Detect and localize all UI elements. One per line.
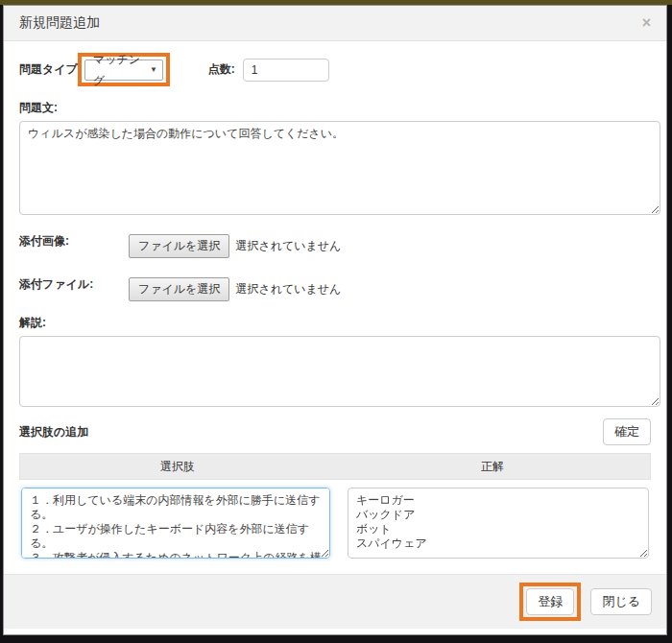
question-text-label: 問題文:	[19, 100, 651, 116]
annotation-box-question-type: マッチング ▼	[78, 53, 170, 86]
confirm-button[interactable]: 確定	[603, 418, 651, 445]
choices-add-label: 選択肢の追加	[19, 424, 88, 441]
choices-textarea[interactable]: １．利用している端末の内部情報を外部に勝手に送信する。 ２．ユーザが操作したキー…	[21, 488, 330, 559]
explanation-label: 解説:	[19, 315, 651, 331]
register-button[interactable]: 登録	[526, 588, 574, 615]
attach-file-status: 選択されていません	[235, 281, 341, 298]
attach-file-row: 添付ファイル: ファイルを選択 選択されていません	[19, 275, 651, 301]
answers-textarea[interactable]: キーロガー バックドア ボット スパイウェア	[348, 488, 649, 559]
attach-file-file-button[interactable]: ファイルを選択	[129, 277, 229, 301]
attach-file-control: ファイルを選択 選択されていません	[129, 277, 341, 301]
choices-table-header: 選択肢 正解	[19, 453, 651, 480]
attach-image-label: 添付画像:	[19, 232, 129, 250]
close-dialog-button[interactable]: 閉じる	[590, 588, 652, 615]
choices-table-row: １．利用している端末の内部情報を外部に勝手に送信する。 ２．ユーザが操作したキー…	[19, 488, 651, 559]
close-icon[interactable]: ×	[642, 15, 651, 31]
dialog-footer: 登録 閉じる	[4, 574, 666, 629]
dialog-title: 新規問題追加	[19, 14, 100, 32]
attach-image-file-button[interactable]: ファイルを選択	[129, 234, 229, 258]
new-question-dialog: 新規問題追加 × 問題タイプ マッチング ▼ 点数: 問題文: ウィルスが感染し…	[3, 5, 667, 635]
question-type-select[interactable]: マッチング ▼	[84, 60, 163, 81]
question-type-selected-value: マッチング	[93, 49, 146, 91]
annotation-box-register: 登録	[519, 583, 581, 621]
choices-column-header: 選択肢	[20, 459, 335, 475]
choices-add-row: 選択肢の追加 確定	[19, 418, 651, 445]
attach-image-status: 選択されていません	[235, 238, 341, 254]
points-label: 点数:	[208, 61, 235, 78]
dialog-bottom-padding	[4, 629, 666, 634]
chevron-down-icon: ▼	[150, 60, 157, 81]
dialog-header: 新規問題追加 ×	[4, 6, 666, 41]
dialog-body: 問題タイプ マッチング ▼ 点数: 問題文: ウィルスが感染した場合の動作につい…	[4, 41, 666, 574]
attach-image-row: 添付画像: ファイルを選択 選択されていません	[19, 232, 651, 258]
points-input[interactable]	[243, 59, 329, 82]
question-type-row: 問題タイプ マッチング ▼ 点数:	[19, 53, 651, 86]
attach-image-control: ファイルを選択 選択されていません	[129, 234, 341, 258]
question-type-label: 問題タイプ	[19, 61, 78, 78]
explanation-textarea[interactable]	[19, 336, 660, 407]
answers-column-header: 正解	[335, 459, 650, 475]
attach-file-label: 添付ファイル:	[19, 275, 129, 293]
question-text-textarea[interactable]: ウィルスが感染した場合の動作について回答してください。	[19, 121, 660, 215]
